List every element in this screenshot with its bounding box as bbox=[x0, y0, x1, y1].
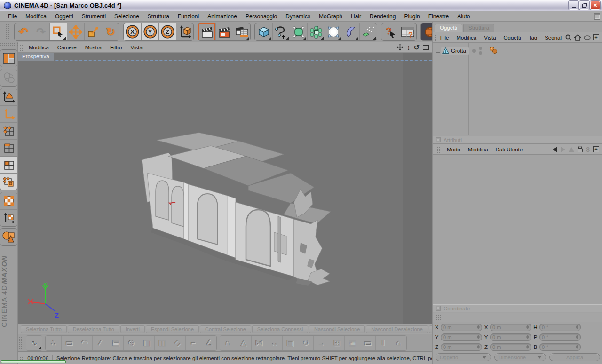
texture-mode-button[interactable] bbox=[0, 192, 17, 209]
texture-axis-mode-button[interactable] bbox=[0, 209, 17, 226]
mostra-tutto-button[interactable]: Mostra Tutto bbox=[429, 325, 432, 333]
spinner-icon[interactable] bbox=[576, 345, 578, 349]
window-layout-icon[interactable] bbox=[594, 13, 600, 20]
nascondi-deselezione-button[interactable]: Nascondi Deselezione bbox=[366, 325, 428, 333]
layout-switch-button[interactable] bbox=[0, 50, 17, 67]
restore-button[interactable] bbox=[579, 1, 589, 10]
coord-grip[interactable] bbox=[436, 315, 442, 320]
structure-tool-10[interactable]: ◇ bbox=[170, 336, 185, 350]
panel-box-icon[interactable] bbox=[436, 137, 441, 142]
structure-tool-19[interactable]: → bbox=[313, 336, 329, 350]
size-y-field[interactable]: 0 m bbox=[490, 333, 531, 341]
spinner-icon[interactable] bbox=[477, 325, 480, 329]
vp-menu-camere[interactable]: Camere bbox=[53, 44, 81, 51]
axis-lock-z[interactable]: Z bbox=[158, 23, 176, 40]
expand-plus-icon[interactable]: + bbox=[593, 34, 599, 40]
history-depth-icon[interactable]: 8 bbox=[586, 146, 590, 153]
polygons-mode-button[interactable] bbox=[0, 156, 17, 173]
add-light-button[interactable] bbox=[325, 23, 342, 40]
visibility-toggles[interactable] bbox=[471, 46, 484, 56]
structure-tool-08[interactable]: ▥ bbox=[139, 336, 154, 350]
menu-strumenti[interactable]: Strumenti bbox=[78, 12, 110, 21]
attr-menu-modo[interactable]: Modo bbox=[443, 146, 464, 153]
structure-tool-14[interactable]: △ bbox=[236, 336, 251, 350]
tab-oggetti[interactable]: Oggetti bbox=[435, 24, 462, 32]
tab-struttura[interactable]: Struttura bbox=[463, 24, 494, 32]
structure-tool-07[interactable]: ⊕ bbox=[123, 336, 139, 350]
structure-tool-01[interactable]: ∿ bbox=[26, 336, 42, 350]
vp-menu-vista[interactable]: Vista bbox=[126, 44, 146, 51]
structure-tool-24[interactable]: ⌂ bbox=[391, 336, 406, 350]
attr-expand-plus-icon[interactable]: + bbox=[593, 146, 599, 152]
render-picture-viewer-button[interactable] bbox=[215, 23, 233, 40]
rot-h-field[interactable]: 0 ° bbox=[539, 324, 581, 331]
rot-p-field[interactable]: 0 ° bbox=[539, 333, 581, 341]
animation-objects-button[interactable] bbox=[0, 229, 17, 245]
menu-struttura[interactable]: Struttura bbox=[143, 12, 174, 21]
help-button[interactable]: ? bbox=[381, 23, 399, 40]
spinner-icon[interactable] bbox=[526, 335, 529, 339]
attr-menu-modifica[interactable]: Modifica bbox=[464, 146, 492, 153]
structure-tool-21[interactable]: ▦ bbox=[344, 336, 360, 350]
history-back-icon[interactable] bbox=[553, 147, 557, 152]
net-render-button-disabled[interactable] bbox=[0, 69, 17, 86]
structure-tool-18[interactable]: ↻ bbox=[298, 336, 313, 350]
pan-view-icon[interactable] bbox=[396, 44, 404, 51]
undo-button[interactable]: ↶ bbox=[15, 23, 32, 40]
tag-cell[interactable] bbox=[489, 47, 499, 56]
left-column-grip[interactable] bbox=[0, 42, 18, 48]
move-tool[interactable] bbox=[67, 23, 84, 40]
add-primitive-cube-button[interactable] bbox=[255, 23, 272, 40]
perspective-viewport[interactable]: Prospettiva Z Y bbox=[18, 53, 432, 324]
render-visibility-dot-icon[interactable] bbox=[479, 51, 482, 55]
contrai-selezione-button[interactable]: Contrai Selezione bbox=[200, 325, 251, 333]
menu-animazione[interactable]: Animazione bbox=[203, 12, 241, 21]
menu-hair[interactable]: Hair bbox=[347, 12, 365, 21]
maximize-view-icon[interactable] bbox=[423, 45, 429, 50]
structure-tool-16[interactable]: ↔ bbox=[267, 336, 282, 350]
menu-rendering[interactable]: Rendering bbox=[365, 12, 400, 21]
spinner-icon[interactable] bbox=[526, 325, 529, 329]
inverti-button[interactable]: Inverti bbox=[120, 325, 145, 333]
om-menu-oggetti[interactable]: Oggetti bbox=[500, 34, 525, 41]
structure-tool-04[interactable]: ◠ bbox=[77, 336, 92, 350]
structure-tool-13[interactable]: ∩ bbox=[220, 336, 236, 350]
minimize-button[interactable] bbox=[569, 1, 578, 10]
pos-x-field[interactable]: 0 m bbox=[441, 324, 482, 331]
pos-z-field[interactable]: 0 m bbox=[441, 343, 482, 351]
object-axis-mode-button[interactable] bbox=[0, 105, 17, 122]
object-row-grotta[interactable]: Grotta bbox=[433, 46, 602, 56]
structure-tool-17[interactable]: ▣ bbox=[282, 336, 298, 350]
menu-mograph[interactable]: MoGraph bbox=[315, 12, 347, 21]
structure-tool-15[interactable]: ⋈ bbox=[251, 336, 267, 350]
om-menu-file[interactable]: File bbox=[436, 34, 453, 41]
menu-file[interactable]: File bbox=[4, 12, 21, 21]
size-x-field[interactable]: 0 m bbox=[490, 324, 531, 331]
seleziona-connessi-button[interactable]: Seleziona Connessi bbox=[252, 325, 308, 333]
panel-box-icon[interactable] bbox=[436, 306, 441, 311]
menu-personaggio[interactable]: Personaggio bbox=[241, 12, 281, 21]
om-menu-modifica[interactable]: Modifica bbox=[452, 34, 480, 41]
vp-menu-filtro[interactable]: Filtro bbox=[106, 44, 127, 51]
menu-dynamics[interactable]: Dynamics bbox=[281, 12, 315, 21]
eye-icon[interactable] bbox=[584, 35, 591, 40]
apply-button[interactable]: Applica bbox=[549, 353, 600, 361]
lock-icon[interactable] bbox=[578, 148, 583, 152]
viewport-menubar-grip[interactable] bbox=[20, 44, 24, 51]
uv-mode-button[interactable] bbox=[0, 173, 17, 190]
scale-tool[interactable] bbox=[84, 23, 102, 40]
menu-funzioni[interactable]: Funzioni bbox=[174, 12, 203, 21]
home-icon[interactable] bbox=[574, 34, 581, 41]
structure-tool-20[interactable]: ⊞ bbox=[329, 336, 344, 350]
structure-tool-06[interactable]: ▤ bbox=[108, 336, 123, 350]
coordinate-system-button[interactable] bbox=[176, 23, 193, 40]
spinner-icon[interactable] bbox=[477, 345, 480, 349]
spinner-icon[interactable] bbox=[477, 335, 480, 339]
axis-lock-y[interactable]: Y bbox=[141, 23, 158, 40]
rot-b-field[interactable]: 0 ° bbox=[539, 343, 581, 351]
structure-tool-11[interactable]: ⌐ bbox=[185, 336, 201, 350]
titlebar[interactable]: CINEMA 4D - [San Marco OBJ.c4d *] ✕ bbox=[0, 0, 602, 11]
add-particles-button[interactable] bbox=[359, 23, 377, 40]
vp-menu-mostra[interactable]: Mostra bbox=[81, 44, 106, 51]
search-icon[interactable] bbox=[565, 34, 572, 41]
